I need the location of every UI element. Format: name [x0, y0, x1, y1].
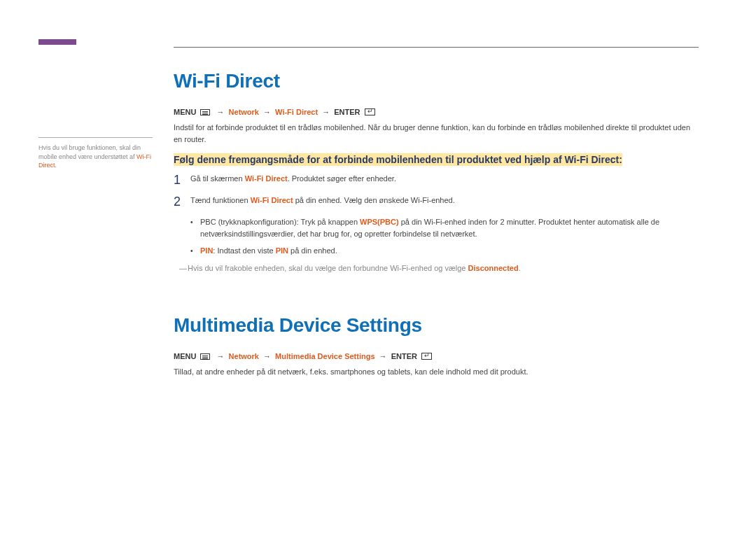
menu-icon [200, 109, 210, 115]
text-post: på din enhed. Vælg den ønskede Wi-Fi-enh… [293, 196, 455, 204]
document-page: Hvis du vil bruge funktionen, skal din m… [0, 0, 756, 35]
menu-label: MENU [174, 352, 196, 360]
text-hl: WPS(PBC) [360, 218, 399, 226]
sub-item-pbc: • PBC (trykknapkonfiguration): Tryk på k… [190, 216, 699, 239]
intro-paragraph: Indstil for at forbinde produktet til en… [174, 122, 699, 145]
subheading: Følg denne fremgangsmåde for at forbinde… [174, 153, 622, 166]
sidebar-note-pre: Hvis du vil bruge funktionen, skal din m… [38, 144, 141, 160]
menu-path-wifi: MENU → Network → Wi-Fi Direct → ENTER [174, 108, 699, 116]
text-post: . Produktet søger efter enheder. [288, 174, 396, 183]
text-pre: PBC (trykknapkonfiguration): Tryk på kna… [200, 218, 360, 226]
top-rule [174, 47, 699, 48]
sidebar-note: Hvis du vil bruge funktionen, skal din m… [38, 143, 153, 170]
text-hl: Wi-Fi Direct [245, 174, 288, 183]
sub-item-pin: • PIN: Indtast den viste PIN på din enhe… [190, 245, 699, 257]
heading-multimedia: Multimedia Device Settings [174, 314, 699, 337]
text-hl1: PIN [200, 246, 213, 255]
step-2: 2 Tænd funktionen Wi-Fi Direct på din en… [174, 195, 699, 208]
enter-label: ENTER [391, 352, 417, 360]
footnote-hl: Disconnected [468, 264, 519, 272]
menu-icon [200, 353, 210, 360]
arrow-icon: → [263, 108, 271, 116]
arrow-icon: → [217, 108, 225, 116]
text-hl: Wi-Fi Direct [251, 196, 293, 204]
sub-list: • PBC (trykknapkonfiguration): Tryk på k… [190, 216, 699, 257]
nav-wifi-direct: Wi-Fi Direct [275, 108, 318, 116]
menu-path-multimedia: MENU → Network → Multimedia Device Setti… [174, 352, 699, 360]
heading-wifi-direct: Wi-Fi Direct [174, 70, 699, 92]
subhead-wrap: Følg denne fremgangsmåde for at forbinde… [174, 153, 699, 166]
enter-icon [365, 108, 375, 115]
text-hl2: PIN [276, 246, 288, 255]
text-post: på din enhed. [288, 246, 337, 255]
bullet-icon: • [190, 216, 200, 227]
footnote-post: . [519, 264, 521, 272]
text-mid: : Indtast den viste [213, 246, 275, 255]
footnote: ― Hvis du vil frakoble enheden, skal du … [179, 262, 699, 274]
step-text: Gå til skærmen Wi-Fi Direct. Produktet s… [190, 173, 396, 185]
enter-label: ENTER [334, 108, 360, 116]
text-pre: Gå til skærmen [190, 174, 245, 183]
nav-network: Network [229, 352, 259, 360]
menu-label: MENU [174, 108, 196, 116]
intro-paragraph-2: Tillad, at andre enheder på dit netværk,… [174, 366, 699, 378]
step-text: Tænd funktionen Wi-Fi Direct på din enhe… [190, 195, 455, 206]
bullet-icon: • [190, 245, 200, 256]
sidebar-rule [38, 137, 153, 138]
text-pre: Tænd funktionen [190, 196, 251, 204]
arrow-icon: → [217, 352, 225, 360]
step-number: 2 [174, 195, 190, 208]
enter-icon [421, 353, 432, 360]
arrow-icon: → [263, 352, 271, 360]
arrow-icon: → [379, 352, 387, 360]
step-number: 1 [174, 173, 190, 186]
main-content: Wi-Fi Direct MENU → Network → Wi-Fi Dire… [174, 70, 699, 386]
nav-network: Network [229, 108, 259, 116]
step-1: 1 Gå til skærmen Wi-Fi Direct. Produktet… [174, 173, 699, 186]
steps-list: 1 Gå til skærmen Wi-Fi Direct. Produktet… [174, 173, 699, 208]
arrow-icon: → [322, 108, 330, 116]
sidebar-note-post: . [55, 162, 57, 169]
sub-item-body: PBC (trykknapkonfiguration): Tryk på kna… [200, 216, 699, 239]
accent-bar [38, 39, 76, 45]
nav-multimedia: Multimedia Device Settings [275, 352, 374, 360]
sub-item-body: PIN: Indtast den viste PIN på din enhed. [200, 245, 337, 257]
footnote-dash-icon: ― [179, 262, 187, 274]
footnote-pre: Hvis du vil frakoble enheden, skal du væ… [188, 264, 468, 272]
